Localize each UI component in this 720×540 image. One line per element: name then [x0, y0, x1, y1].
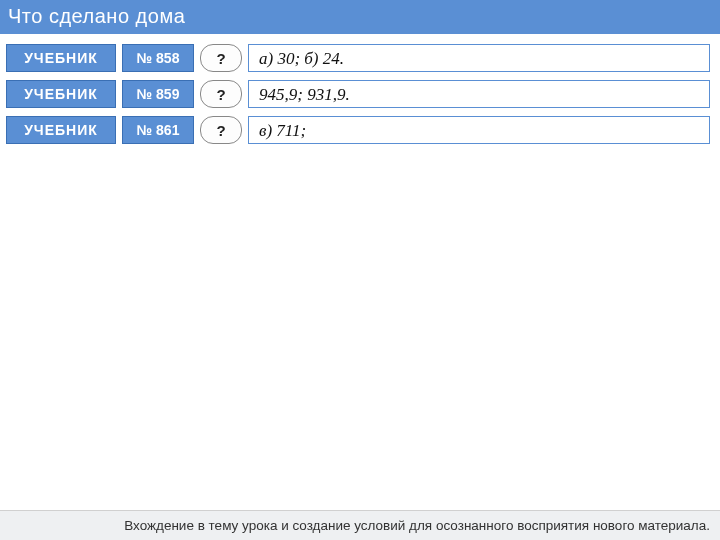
source-tag: УЧЕБНИК: [6, 44, 116, 72]
task-number: № 859: [122, 80, 194, 108]
content-area: УЧЕБНИК № 858 ? а) 30; б) 24. УЧЕБНИК № …: [0, 34, 720, 144]
page-title: Что сделано дома: [0, 0, 720, 34]
task-row: УЧЕБНИК № 861 ? в) 711;: [6, 116, 714, 144]
help-button[interactable]: ?: [200, 116, 242, 144]
help-button[interactable]: ?: [200, 80, 242, 108]
task-number: № 861: [122, 116, 194, 144]
source-tag: УЧЕБНИК: [6, 80, 116, 108]
answer-box: а) 30; б) 24.: [248, 44, 710, 72]
answer-box: 945,9; 931,9.: [248, 80, 710, 108]
footer-note: Вхождение в тему урока и создание услови…: [0, 510, 720, 540]
task-number: № 858: [122, 44, 194, 72]
task-row: УЧЕБНИК № 858 ? а) 30; б) 24.: [6, 44, 714, 72]
answer-box: в) 711;: [248, 116, 710, 144]
task-row: УЧЕБНИК № 859 ? 945,9; 931,9.: [6, 80, 714, 108]
help-button[interactable]: ?: [200, 44, 242, 72]
source-tag: УЧЕБНИК: [6, 116, 116, 144]
